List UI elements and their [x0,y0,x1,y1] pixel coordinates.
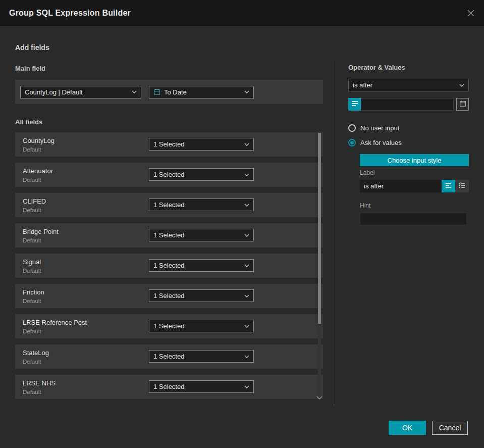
field-name: LRSE Reference Post [23,319,87,326]
selected-count: 1 Selected [153,353,184,360]
dialog-title: Group SQL Expression Builder [9,9,131,18]
radio-label: No user input [360,124,399,132]
field-subtitle: Default [23,177,53,183]
selected-count: 1 Selected [153,140,184,148]
selected-count: 1 Selected [153,292,184,300]
chevron-down-icon [244,234,249,237]
chevron-down-icon [244,325,249,328]
field-row: Signal Default 1 Selected [15,254,323,278]
chevron-down-icon [244,294,249,297]
field-values-select[interactable]: 1 Selected [149,380,254,393]
field-info: CLIFED Default [23,197,46,213]
field-subtitle: Default [23,389,56,395]
label-entry-row [360,180,469,192]
field-row: Friction Default 1 Selected [15,284,323,308]
field-name: StateLog [23,349,49,357]
list-icon [351,101,358,108]
label-field-label: Label [360,169,469,176]
add-fields-heading: Add fields [15,43,49,52]
field-name: Friction [23,288,44,296]
field-info: CountyLog Default [23,137,55,153]
chevron-down-icon [132,90,137,93]
field-row: LRSE Reference Post Default 1 Selected [15,314,323,338]
selected-count: 1 Selected [153,322,184,330]
field-values-select[interactable]: 1 Selected [149,198,254,211]
operator-values-heading: Operator & Values [348,64,469,72]
value-entry-row [348,98,469,111]
field-name: Bridge Point [23,228,59,235]
field-values-select[interactable]: 1 Selected [149,229,254,241]
field-row: Attenuator Default 1 Selected [15,163,323,187]
main-field-panel: CountyLog | Default To Date [15,80,323,104]
selected-count: 1 Selected [153,231,184,239]
list-style-button[interactable] [455,180,469,192]
field-values-select[interactable]: 1 Selected [149,168,254,181]
value-type-button[interactable] [348,98,361,111]
date-field-select[interactable]: To Date [149,86,254,98]
field-name: Signal [23,258,41,266]
radio-label: Ask for values [360,139,402,146]
ok-button[interactable]: OK [389,421,426,435]
radio-ask-for-values[interactable]: Ask for values [348,137,469,147]
field-row: CLIFED Default 1 Selected [15,193,323,217]
field-subtitle: Default [23,328,87,334]
calendar-button[interactable] [456,98,469,111]
radio-unselected-icon [348,124,356,132]
field-values-select[interactable]: 1 Selected [149,259,254,272]
field-info: Signal Default [23,258,41,274]
chevron-down-icon [244,385,249,388]
field-row: CountyLog Default 1 Selected [15,132,323,157]
radio-no-user-input[interactable]: No user input [348,123,469,133]
main-field-label: Main field [15,65,45,72]
field-info: Bridge Point Default [23,228,59,243]
field-name: CLIFED [23,197,46,205]
operator-select[interactable]: is after [348,79,469,91]
selected-count: 1 Selected [153,383,184,390]
scrollbar-thumb[interactable] [318,133,321,324]
selected-count: 1 Selected [153,171,184,178]
field-subtitle: Default [23,268,41,274]
choose-input-style-button[interactable]: Choose input style [360,154,469,166]
close-icon[interactable] [467,9,475,17]
field-values-select[interactable]: 1 Selected [149,350,254,363]
scrollbar[interactable] [318,133,321,396]
radio-selected-icon [348,139,356,146]
chevron-down-icon [244,90,249,93]
chevron-down-icon [244,264,249,267]
dialog-header: Group SQL Expression Builder [0,0,484,26]
field-subtitle: Default [23,146,55,153]
field-subtitle: Default [23,207,46,213]
field-subtitle: Default [23,298,44,304]
calendar-icon [153,88,160,95]
single-line-style-button[interactable] [442,180,455,192]
field-row: Bridge Point Default 1 Selected [15,223,323,247]
field-name: Attenuator [23,167,53,175]
field-name: LRSE NHS [23,379,56,387]
field-values-select[interactable]: 1 Selected [149,289,254,302]
chevron-down-icon [244,355,249,358]
field-row: StateLog Default 1 Selected [15,344,323,369]
selected-count: 1 Selected [153,262,184,269]
scroll-down-icon[interactable] [316,396,322,400]
hint-field-label: Hint [360,202,469,209]
group-sql-expression-builder-dialog: Group SQL Expression Builder Add fields … [0,0,484,448]
main-field-select[interactable]: CountyLog | Default [20,86,141,98]
hint-input[interactable] [360,213,467,225]
align-left-icon [445,182,452,190]
operator-select-value: is after [353,81,372,89]
field-subtitle: Default [23,359,49,365]
bulleted-list-icon [459,182,465,190]
vertical-divider [334,61,334,405]
field-subtitle: Default [23,237,59,243]
field-info: Attenuator Default [23,167,53,183]
all-fields-label: All fields [15,118,42,126]
cancel-button[interactable]: Cancel [432,421,468,435]
chevron-down-icon [244,204,249,207]
label-input[interactable] [360,180,442,192]
all-fields-list: CountyLog Default 1 Selected Attenuator … [15,132,323,405]
selected-count: 1 Selected [153,201,184,209]
value-input[interactable] [361,98,454,111]
field-values-select[interactable]: 1 Selected [149,138,254,151]
field-values-select[interactable]: 1 Selected [149,320,254,332]
chevron-down-icon [459,84,464,87]
